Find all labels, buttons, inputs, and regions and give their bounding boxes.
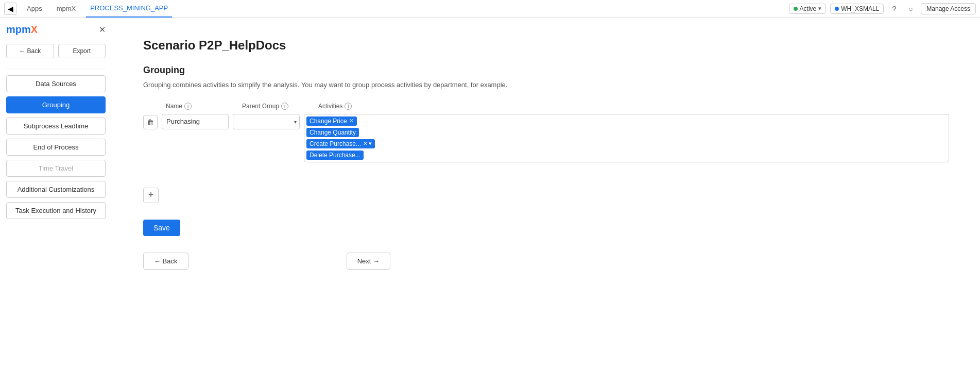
bottom-back-button[interactable]: ← Back bbox=[143, 253, 188, 270]
close-sidebar-button[interactable]: ✕ bbox=[99, 25, 106, 35]
sidebar-item-subprocess-leadtime[interactable]: Subprocess Leadtime bbox=[6, 118, 106, 135]
activity-tag-label: Create Purchase... bbox=[310, 140, 361, 147]
parent-info-icon[interactable]: i bbox=[281, 103, 288, 110]
settings-icon-button[interactable]: ○ bbox=[904, 3, 917, 15]
activity-tag-label: Change Price bbox=[310, 118, 347, 125]
activity-tag-label: Delete Purchase... bbox=[310, 152, 360, 159]
sidebar-item-data-sources[interactable]: Data Sources bbox=[6, 75, 106, 92]
help-icon-button[interactable]: ? bbox=[888, 3, 900, 15]
status-dropdown-button[interactable]: ▾ bbox=[818, 5, 821, 12]
nav-buttons: ← Back Next → bbox=[143, 253, 390, 270]
sidebar-header: mpmX ✕ bbox=[6, 24, 106, 36]
back-button[interactable]: ← Back bbox=[6, 44, 54, 58]
activity-tag-delete-purchase[interactable]: Delete Purchase... bbox=[306, 151, 364, 160]
name-info-icon[interactable]: i bbox=[184, 103, 192, 110]
activity-tag-close-icon[interactable]: ✕ bbox=[349, 118, 354, 124]
status-label: Active bbox=[800, 5, 817, 12]
col-parent-header: Parent Group i bbox=[242, 103, 314, 110]
topbar-back-button[interactable]: ◀ bbox=[4, 3, 16, 15]
sidebar-item-additional-customizations[interactable]: Additional Customizations bbox=[6, 181, 106, 198]
activities-box[interactable]: Change Price ✕ Change Quantity Create Pu… bbox=[304, 114, 949, 162]
export-button[interactable]: Export bbox=[58, 44, 106, 58]
name-input[interactable] bbox=[162, 114, 229, 129]
top-bar-right: Active ▾ WH_XSMALL ? ○ Manage Access bbox=[789, 3, 976, 15]
table-header: Name i Parent Group i Activities i bbox=[143, 103, 949, 110]
section-description: Grouping combines activities to simplify… bbox=[143, 80, 949, 90]
sidebar-actions: ← Back Export bbox=[6, 44, 106, 58]
scenario-title: Scenario P2P_HelpDocs bbox=[143, 38, 949, 53]
divider-line bbox=[143, 175, 390, 175]
tag-chevron-icon[interactable]: ▾ bbox=[369, 140, 372, 147]
save-section: Save bbox=[143, 211, 949, 236]
sidebar-divider bbox=[6, 69, 106, 69]
main-layout: mpmX ✕ ← Back Export Data Sources Groupi… bbox=[0, 18, 980, 367]
tag-x-icon[interactable]: ✕ bbox=[363, 140, 368, 147]
save-button[interactable]: Save bbox=[143, 220, 180, 236]
section-title: Grouping bbox=[143, 65, 949, 76]
warehouse-dot bbox=[835, 7, 839, 11]
tag-icons: ✕ ▾ bbox=[363, 140, 372, 147]
tab-process-mining-app[interactable]: PROCESS_MINING_APP bbox=[86, 0, 172, 18]
activity-tag-change-price[interactable]: Change Price ✕ bbox=[306, 116, 357, 126]
grouping-row: 🗑 ▾ Change Price ✕ Change Quantity Creat… bbox=[143, 114, 949, 162]
logo-text: mpm bbox=[6, 24, 31, 35]
activities-info-icon[interactable]: i bbox=[345, 103, 352, 110]
parent-group-select[interactable] bbox=[233, 114, 300, 129]
bottom-next-button[interactable]: Next → bbox=[347, 253, 390, 270]
sidebar: mpmX ✕ ← Back Export Data Sources Groupi… bbox=[0, 18, 112, 367]
add-row-button[interactable]: + bbox=[143, 188, 159, 203]
delete-row-button[interactable]: 🗑 bbox=[143, 115, 158, 129]
activity-tag-create-purchase[interactable]: Create Purchase... ✕ ▾ bbox=[306, 139, 375, 148]
sidebar-item-task-execution[interactable]: Task Execution and History bbox=[6, 202, 106, 219]
status-badge[interactable]: Active ▾ bbox=[789, 4, 827, 14]
content-area: Scenario P2P_HelpDocs Grouping Grouping … bbox=[112, 18, 980, 367]
warehouse-badge[interactable]: WH_XSMALL bbox=[830, 4, 884, 14]
warehouse-label: WH_XSMALL bbox=[841, 5, 879, 12]
top-bar-left: ◀ Apps mpmX PROCESS_MINING_APP bbox=[4, 0, 172, 18]
logo: mpmX bbox=[6, 24, 38, 36]
logo-x: X bbox=[31, 24, 38, 35]
col-name-header: Name i bbox=[166, 103, 238, 110]
status-dot bbox=[794, 7, 798, 11]
col-activities-header: Activities i bbox=[318, 103, 949, 110]
sidebar-item-end-of-process[interactable]: End of Process bbox=[6, 139, 106, 156]
sidebar-item-time-travel: Time Travel bbox=[6, 160, 106, 177]
tab-apps[interactable]: Apps bbox=[23, 0, 46, 18]
tab-mpmx[interactable]: mpmX bbox=[53, 0, 80, 18]
top-bar: ◀ Apps mpmX PROCESS_MINING_APP Active ▾ … bbox=[0, 0, 980, 18]
activity-tag-label: Change Quantity bbox=[310, 129, 356, 136]
parent-select-wrap: ▾ bbox=[233, 114, 300, 129]
activity-tag-change-quantity[interactable]: Change Quantity bbox=[306, 128, 359, 137]
manage-access-button[interactable]: Manage Access bbox=[921, 3, 976, 14]
sidebar-item-grouping[interactable]: Grouping bbox=[6, 96, 106, 113]
